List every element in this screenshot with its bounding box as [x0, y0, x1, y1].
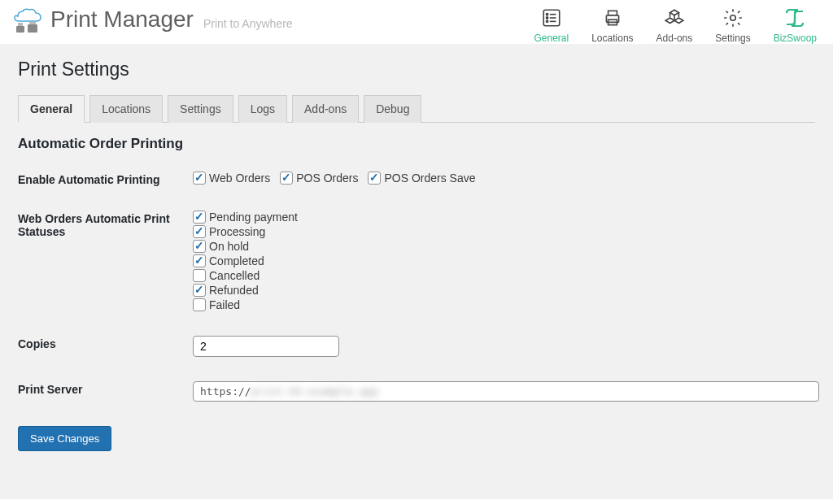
label-on-hold: On hold: [209, 240, 249, 253]
label-web-orders: Web Orders: [209, 172, 270, 185]
top-nav: General Locations Add-ons Settings BizSw…: [534, 7, 817, 44]
topnav-general[interactable]: General: [534, 7, 569, 44]
gear-icon: [722, 7, 744, 29]
label-cancelled: Cancelled: [209, 269, 259, 282]
save-button[interactable]: Save Changes: [18, 426, 111, 451]
settings-tabs: General Locations Settings Logs Add-ons …: [18, 95, 815, 123]
app-header: Print Manager Print to Anywhere General …: [0, 0, 833, 44]
brand: Print Manager Print to Anywhere: [10, 7, 293, 39]
checkbox-web-orders[interactable]: [193, 172, 206, 185]
tab-addons[interactable]: Add-ons: [292, 95, 359, 123]
section-title: Automatic Order Printing: [18, 136, 815, 152]
row-enable-automatic-printing: Enable Automatic Printing Web Orders POS…: [18, 172, 815, 186]
svg-point-14: [731, 15, 736, 21]
tab-locations[interactable]: Locations: [89, 95, 163, 123]
copies-label: Copies: [18, 336, 193, 350]
topnav-settings[interactable]: Settings: [715, 7, 750, 44]
svg-point-5: [546, 14, 547, 15]
label-pending: Pending payment: [209, 211, 298, 224]
main-content: Print Settings General Locations Setting…: [0, 44, 833, 499]
topnav-locations[interactable]: Locations: [591, 7, 633, 44]
svg-point-9: [546, 20, 547, 22]
checkbox-processing[interactable]: [193, 225, 206, 238]
enable-label: Enable Automatic Printing: [18, 172, 193, 186]
cubes-icon: [663, 7, 686, 29]
statuses-label: Web Orders Automatic Print Statuses: [18, 211, 193, 238]
label-completed: Completed: [209, 254, 264, 267]
label-processing: Processing: [209, 225, 265, 238]
tab-settings[interactable]: Settings: [168, 95, 233, 123]
brand-title: Print Manager: [50, 7, 194, 33]
brand-subtitle: Print to Anywhere: [203, 17, 293, 33]
row-print-statuses: Web Orders Automatic Print Statuses Pend…: [18, 211, 815, 311]
label-refunded: Refunded: [209, 284, 259, 297]
topnav-label: BizSwoop: [774, 33, 817, 44]
checkbox-pos-orders-save[interactable]: [368, 172, 381, 185]
topnav-bizswoop[interactable]: BizSwoop: [774, 7, 817, 44]
checkbox-refunded[interactable]: [193, 284, 206, 297]
server-label: Print Server: [18, 381, 193, 396]
server-input[interactable]: https://print-XX.example.app: [193, 381, 819, 402]
svg-rect-0: [16, 26, 24, 33]
svg-rect-1: [18, 23, 23, 26]
checkbox-completed[interactable]: [193, 254, 206, 267]
label-pos-orders-save: POS Orders Save: [384, 172, 475, 185]
tab-general[interactable]: General: [18, 95, 85, 123]
topnav-label: Add-ons: [656, 33, 693, 44]
topnav-label: Settings: [715, 33, 750, 44]
svg-rect-2: [28, 24, 37, 33]
topnav-addons[interactable]: Add-ons: [656, 7, 693, 44]
topnav-label: Locations: [591, 33, 633, 44]
checkbox-cancelled[interactable]: [193, 269, 206, 282]
list-icon: [540, 7, 563, 29]
tab-debug[interactable]: Debug: [364, 95, 421, 123]
brand-icon: [10, 7, 42, 39]
checkbox-failed[interactable]: [193, 298, 206, 311]
printer-icon: [601, 7, 624, 29]
tab-logs[interactable]: Logs: [238, 95, 287, 123]
label-pos-orders: POS Orders: [296, 172, 358, 185]
checkbox-pos-orders[interactable]: [280, 172, 293, 185]
checkbox-pending-payment[interactable]: [193, 211, 206, 224]
row-copies: Copies: [18, 336, 815, 357]
page-title: Print Settings: [18, 59, 815, 80]
topnav-label: General: [534, 33, 569, 44]
svg-rect-12: [608, 11, 617, 15]
bizswoop-icon: [783, 7, 806, 29]
svg-rect-3: [29, 22, 36, 24]
row-print-server: Print Server https://print-XX.example.ap…: [18, 381, 815, 402]
label-failed: Failed: [209, 298, 240, 311]
svg-point-7: [546, 17, 547, 19]
copies-input[interactable]: [193, 336, 339, 357]
checkbox-on-hold[interactable]: [193, 240, 206, 253]
